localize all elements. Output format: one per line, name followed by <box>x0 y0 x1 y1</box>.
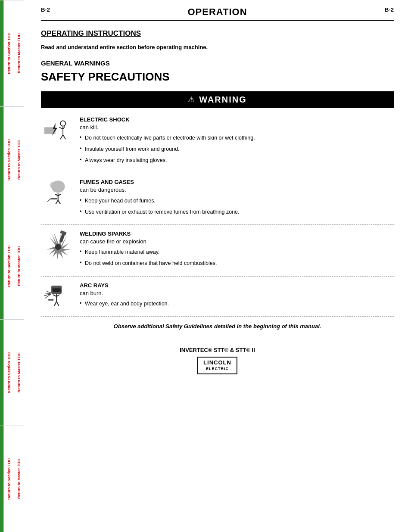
warning-section-sparks: WELDING SPARKS can cause fire or explosi… <box>41 230 394 277</box>
arc-rays-items: Wear eye, ear and body protection. <box>80 300 394 308</box>
electric-shock-heading: ELECTRIC SHOCK can kill. <box>80 116 394 131</box>
list-item: Always wear dry insulating gloves. <box>80 156 394 164</box>
list-item: Do not touch electrically live parts or … <box>80 134 394 142</box>
side-tab-group-1: Return to Section TOC Return to Master T… <box>0 0 24 106</box>
list-item: Insulate yourself from work and ground. <box>80 145 394 153</box>
arc-rays-icon <box>43 282 71 310</box>
sidebar-master-toc-3[interactable]: Return to Master TOC <box>14 213 24 319</box>
svg-rect-22 <box>53 288 61 292</box>
arc-rays-heading: ARC RAYS can burn. <box>80 282 394 297</box>
safety-precautions-title: SAFETY PRECAUTIONS <box>41 70 394 84</box>
electric-shock-content: ELECTRIC SHOCK can kill. Do not touch el… <box>80 116 394 168</box>
footer-brand: INVERTEC® STT® & STT® II LINCOLN ELECTRI… <box>41 347 394 374</box>
green-bar-2 <box>0 107 3 213</box>
svg-line-28 <box>53 294 57 296</box>
sidebar-section-toc-1[interactable]: Return to Section TOC <box>3 0 14 106</box>
list-item: Keep your head out of fumes. <box>80 197 394 205</box>
side-tab-group-3: Return to Section TOC Return to Master T… <box>0 213 24 319</box>
list-item: Wear eye, ear and body protection. <box>80 300 394 308</box>
list-item: Use ventilation or exhaust to remove fum… <box>80 208 394 216</box>
section-title: OPERATING INSTRUCTIONS <box>41 29 394 38</box>
svg-rect-32 <box>48 299 53 300</box>
sidebar-section-toc-5[interactable]: Return to Section TOC <box>3 426 14 532</box>
side-tab-group-5: Return to Section TOC Return to Master T… <box>0 426 24 532</box>
fumes-content: FUMES AND GASES can be dangerous. Keep y… <box>80 178 394 219</box>
page-label-right: B-2 <box>385 6 394 13</box>
svg-line-31 <box>56 301 59 305</box>
fumes-heading: FUMES AND GASES can be dangerous. <box>80 178 394 194</box>
lincoln-logo: LINCOLN ELECTRIC <box>197 357 237 374</box>
svg-point-18 <box>55 244 61 250</box>
electric-shock-icon-area <box>41 116 80 146</box>
green-bar-4 <box>0 320 3 426</box>
warning-section-arc-rays: ARC RAYS can burn. Wear eye, ear and bod… <box>41 282 394 317</box>
green-bar-1 <box>0 0 3 106</box>
intro-text: Read and understand entire section befor… <box>41 43 394 52</box>
svg-rect-16 <box>50 198 57 200</box>
fumes-items: Keep your head out of fumes. Use ventila… <box>80 197 394 216</box>
warning-section-electric-shock: ELECTRIC SHOCK can kill. Do not touch el… <box>41 116 394 174</box>
general-warnings-title: GENERAL WARNINGS <box>41 59 394 67</box>
sidebar-section-toc-4[interactable]: Return to Section TOC <box>3 320 14 426</box>
sidebar-master-toc-4[interactable]: Return to Master TOC <box>14 320 24 426</box>
sidebar-master-toc-2[interactable]: Return to Master TOC <box>14 107 24 213</box>
sparks-icon-area <box>41 230 80 260</box>
sidebar-section-toc-2[interactable]: Return to Section TOC <box>3 107 14 213</box>
svg-line-15 <box>58 200 60 204</box>
side-tabs: Return to Section TOC Return to Master T… <box>0 0 24 532</box>
list-item: Keep flammable material away. <box>80 248 394 256</box>
welding-sparks-icon <box>42 230 72 260</box>
sidebar-master-toc-1[interactable]: Return to Master TOC <box>14 0 24 106</box>
arc-rays-content: ARC RAYS can burn. Wear eye, ear and bod… <box>80 282 394 311</box>
page-header: B-2 OPERATION B-2 <box>41 6 394 21</box>
logo-name: LINCOLN <box>203 359 231 367</box>
electric-shock-icon <box>42 116 72 146</box>
svg-line-6 <box>60 134 63 139</box>
sparks-items: Keep flammable material away. Do not wel… <box>80 248 394 267</box>
svg-line-25 <box>45 293 51 294</box>
side-tab-group-4: Return to Section TOC Return to Master T… <box>0 319 24 426</box>
page-title: OPERATION <box>50 6 385 18</box>
fumes-icon-area <box>41 178 80 208</box>
warning-box: ⚠ WARNING <box>41 91 394 108</box>
sparks-heading: WELDING SPARKS can cause fire or explosi… <box>80 230 394 246</box>
svg-line-30 <box>54 301 56 305</box>
fumes-gases-icon <box>42 178 72 208</box>
svg-point-9 <box>50 182 57 189</box>
page-label-left: B-2 <box>41 6 50 13</box>
svg-line-14 <box>56 200 58 204</box>
sidebar-master-toc-5[interactable]: Return to Master TOC <box>14 426 24 532</box>
arc-rays-icon-area <box>41 282 80 310</box>
green-bar-3 <box>0 213 3 319</box>
warning-triangle-icon: ⚠ <box>188 95 195 104</box>
svg-point-2 <box>60 121 65 126</box>
green-bar-5 <box>0 426 3 532</box>
warning-section-fumes: FUMES AND GASES can be dangerous. Keep y… <box>41 178 394 225</box>
svg-point-10 <box>58 181 64 187</box>
main-content: B-2 OPERATION B-2 OPERATING INSTRUCTIONS… <box>24 0 411 532</box>
logo-subtitle: ELECTRIC <box>203 367 231 372</box>
svg-line-4 <box>59 127 63 129</box>
svg-line-26 <box>46 291 51 293</box>
warning-label: WARNING <box>199 95 247 105</box>
side-tab-group-2: Return to Section TOC Return to Master T… <box>0 106 24 213</box>
footer-note: Observe additional Safety Guidelines det… <box>41 323 394 330</box>
brand-name: INVERTEC® STT® & STT® II <box>41 347 394 353</box>
list-item: Do not weld on containers that have held… <box>80 259 394 267</box>
sparks-content: WELDING SPARKS can cause fire or explosi… <box>80 230 394 271</box>
electric-shock-items: Do not touch electrically live parts or … <box>80 134 394 164</box>
sidebar-section-toc-3[interactable]: Return to Section TOC <box>3 213 14 319</box>
svg-line-7 <box>63 134 65 139</box>
svg-line-17 <box>47 199 50 202</box>
